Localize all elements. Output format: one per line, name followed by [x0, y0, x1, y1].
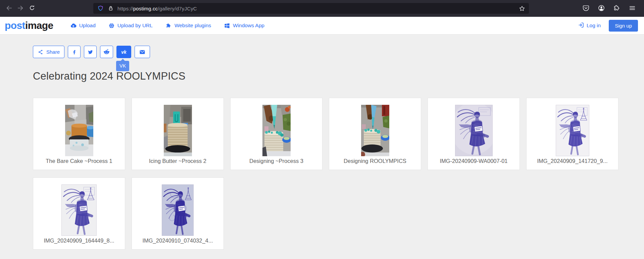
nav-link-website-plugins[interactable]: Website plugins — [165, 23, 211, 29]
gallery-card[interactable]: Icing Butter ~Process 2 — [132, 98, 224, 170]
gallery-card[interactable]: IMG_20240910_074032_4... — [132, 177, 224, 250]
reload-button[interactable] — [26, 3, 38, 14]
windows-icon — [224, 23, 230, 29]
back-button[interactable] — [3, 3, 15, 14]
pocket-button[interactable] — [580, 3, 592, 14]
account-icon — [598, 4, 605, 13]
globe-icon — [108, 23, 115, 29]
svg-text:vk: vk — [121, 49, 127, 55]
gallery-card[interactable]: The Bare Cake ~Process 1 — [33, 98, 125, 170]
image-caption: IMG_20240909_164449_8... — [44, 238, 114, 244]
share-button[interactable]: Share — [33, 46, 64, 58]
gallery-page: SharevkVK Celebrating 2024 ROOLYMPICS Th… — [0, 35, 644, 250]
nav-link-label: Upload — [79, 23, 96, 29]
image-caption: IMG-20240909-WA0007-01 — [440, 158, 507, 164]
nav-link-label: Upload by URL — [117, 23, 153, 29]
thumbnail-image-sketch-light — [556, 105, 589, 156]
cloud-upload-icon — [70, 23, 77, 29]
extensions-button[interactable] — [611, 3, 623, 14]
gallery-card[interactable]: IMG_20240909_164449_8... — [33, 177, 125, 250]
share-icon — [38, 49, 44, 55]
share-facebook-button[interactable] — [68, 46, 81, 58]
signup-button[interactable]: Sign up — [609, 20, 638, 32]
thumbnail-image-sketch-paper — [61, 184, 97, 236]
share-row: SharevkVK — [33, 46, 644, 58]
bookmark-star-icon[interactable] — [518, 5, 526, 12]
gallery-card[interactable]: IMG-20240909-WA0007-01 — [428, 98, 520, 170]
main-nav: UploadUpload by URLWebsite pluginsWindow… — [70, 23, 264, 29]
extensions-puzzle-icon — [613, 4, 621, 13]
forward-icon — [17, 4, 24, 13]
menu-button[interactable] — [627, 3, 638, 14]
account-button[interactable] — [596, 3, 607, 14]
thumbnail-image-cake-iced — [164, 105, 192, 156]
image-caption: IMG_20240909_141720_9... — [537, 158, 607, 164]
gallery-card[interactable]: IMG_20240909_141720_9... — [526, 98, 618, 170]
login-icon — [578, 22, 584, 30]
auth-area: Log in Sign up — [578, 20, 638, 32]
hamburger-menu-icon — [629, 4, 636, 13]
vk-tooltip: VK — [116, 61, 129, 71]
nav-link-label: Website plugins — [175, 23, 211, 29]
nav-link-upload-by-url[interactable]: Upload by URL — [108, 23, 153, 29]
reddit-icon — [103, 48, 110, 55]
image-caption: Designing ~Process 3 — [249, 158, 303, 164]
forward-button[interactable] — [15, 3, 26, 14]
browser-window: https://postimg.cc/gallery/d7yJCyC posti… — [0, 0, 644, 259]
twitter-icon — [87, 49, 94, 55]
share-vk-button[interactable]: vk — [116, 46, 131, 58]
share-button-label: Share — [46, 49, 60, 55]
gallery-title: Celebrating 2024 ROOLYMPICS — [33, 70, 644, 82]
address-bar[interactable]: https://postimg.cc/gallery/d7yJCyC — [93, 3, 529, 14]
gallery-grid: The Bare Cake ~Process 1 Icing Butter ~P… — [33, 98, 644, 250]
vk-icon: vk — [119, 49, 128, 55]
browser-toolbar: https://postimg.cc/gallery/d7yJCyC — [0, 0, 644, 17]
thumbnail-image-cake-bare — [65, 105, 93, 156]
nav-link-windows-app[interactable]: Windows App — [224, 23, 264, 29]
login-link[interactable]: Log in — [578, 22, 601, 30]
gallery-card[interactable]: Designing ROOLYMPICS — [329, 98, 421, 170]
back-icon — [5, 4, 13, 13]
image-caption: Icing Butter ~Process 2 — [149, 158, 206, 164]
image-caption: The Bare Cake ~Process 1 — [46, 158, 112, 164]
gallery-card[interactable]: Designing ~Process 3 — [230, 98, 323, 170]
thumbnail-image-sketch-violet — [455, 105, 493, 156]
site-header: postimage UploadUpload by URLWebsite plu… — [0, 17, 644, 35]
puzzle-piece-icon — [165, 23, 172, 29]
toolbar-right-icons — [580, 3, 639, 14]
thumbnail-image-sketch-dense — [162, 184, 194, 236]
tracking-shield-icon[interactable] — [97, 5, 104, 12]
facebook-icon — [71, 49, 78, 55]
pocket-icon — [582, 4, 590, 13]
image-caption: Designing ROOLYMPICS — [344, 158, 406, 164]
url-text: https://postimg.cc/gallery/d7yJCyC — [117, 6, 197, 11]
reload-icon — [29, 4, 36, 12]
thumbnail-image-cake-piping — [262, 105, 291, 156]
nav-link-upload[interactable]: Upload — [70, 23, 96, 29]
share-twitter-button[interactable] — [84, 46, 97, 58]
postimage-logo[interactable]: postimage — [5, 20, 53, 31]
lock-icon[interactable] — [107, 5, 114, 12]
share-email-button[interactable] — [135, 46, 150, 58]
email-icon — [139, 49, 146, 55]
nav-link-label: Windows App — [233, 23, 264, 29]
thumbnail-image-cake-piping-2 — [361, 105, 389, 156]
image-caption: IMG_20240910_074032_4... — [142, 238, 213, 244]
share-reddit-button[interactable] — [100, 46, 113, 58]
login-label: Log in — [587, 23, 601, 29]
